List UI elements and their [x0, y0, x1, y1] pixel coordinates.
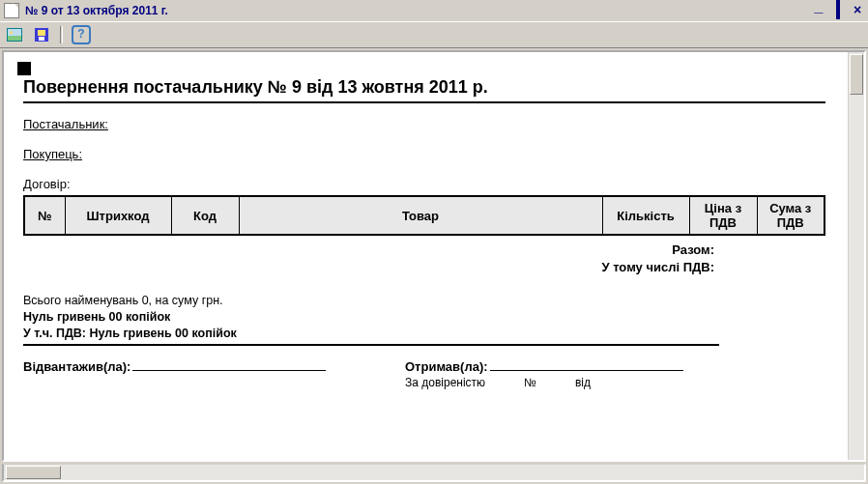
proxy-from: від [575, 376, 591, 389]
content-area: Повернення постачальнику № 9 від 13 жовт… [0, 48, 868, 484]
contract-label: Договір: [23, 177, 71, 191]
received-blank [490, 370, 683, 371]
proxy-no: № [524, 376, 536, 389]
vertical-scrollbar[interactable] [848, 52, 864, 460]
image-button[interactable] [4, 24, 25, 45]
contract-field: Договір: [23, 177, 825, 191]
minimize-button[interactable]: _ [812, 4, 825, 17]
received-signature: Отримав(ла): [405, 359, 787, 374]
buyer-field: Покупець: [23, 147, 825, 161]
table-header-row: № Штрихкод Код Товар Кількість Ціна з ПД… [24, 196, 825, 235]
received-label: Отримав(ла): [405, 359, 488, 374]
image-icon [7, 28, 22, 42]
shipped-signature: Відвантажив(ла): [23, 359, 405, 374]
toolbar-separator [60, 26, 63, 43]
document-icon [4, 3, 19, 18]
col-product: Товар [239, 196, 602, 235]
titlebar: № 9 от 13 октября 2011 г. _ × [0, 0, 868, 21]
col-price: Ціна з ПДВ [689, 196, 757, 235]
close-button[interactable]: × [851, 4, 864, 17]
signatures-block: Відвантажив(ла): Отримав(ла): За довірен… [23, 359, 825, 389]
col-sum: Сума з ПДВ [757, 196, 825, 235]
maximize-button[interactable] [831, 4, 845, 17]
selection-square[interactable] [17, 62, 31, 75]
help-icon: ? [72, 25, 91, 44]
shipped-blank [132, 370, 326, 371]
totals-block: Разом: У тому числі ПДВ: [23, 242, 825, 275]
proxy-label: За довіреністю [405, 376, 485, 389]
summary-vat-words: У т.ч. ПДВ: Нуль гривень 00 копійок [23, 326, 719, 342]
col-qty: Кількість [602, 196, 689, 235]
window-title: № 9 от 13 октября 2011 г. [25, 4, 168, 17]
supplier-label: Постачальник: [23, 117, 108, 131]
summary-sum-words: Нуль гривень 00 копійок [23, 309, 719, 326]
help-button[interactable]: ? [71, 24, 92, 45]
summary-block: Всього найменувань 0, на суму грн. Нуль … [23, 293, 719, 346]
save-button[interactable] [31, 24, 52, 45]
proxy-line: За довіреністю№від [405, 376, 787, 389]
items-table: № Штрихкод Код Товар Кількість Ціна з ПД… [23, 195, 825, 236]
shipped-label: Відвантажив(ла): [23, 359, 130, 374]
save-icon [35, 28, 48, 42]
document-viewport: Повернення постачальнику № 9 від 13 жовт… [2, 50, 866, 462]
document-title: Повернення постачальнику № 9 від 13 жовт… [23, 77, 825, 103]
horizontal-scroll-thumb[interactable] [6, 466, 61, 479]
supplier-field: Постачальник: [23, 117, 825, 131]
summary-count: Всього найменувань 0, на суму грн. [23, 293, 719, 309]
buyer-label: Покупець: [23, 147, 82, 161]
document-page: Повернення постачальнику № 9 від 13 жовт… [4, 52, 849, 401]
app-window: № 9 от 13 октября 2011 г. _ × ? Повернен… [0, 0, 868, 484]
vertical-scroll-thumb[interactable] [850, 54, 863, 95]
toolbar: ? [0, 21, 868, 48]
col-code: Код [171, 196, 239, 235]
col-barcode: Штрихкод [65, 196, 171, 235]
totals-sum: Разом: [23, 242, 714, 259]
col-number: № [24, 196, 65, 235]
totals-vat: У тому числі ПДВ: [23, 259, 714, 276]
horizontal-scrollbar[interactable] [2, 464, 866, 482]
